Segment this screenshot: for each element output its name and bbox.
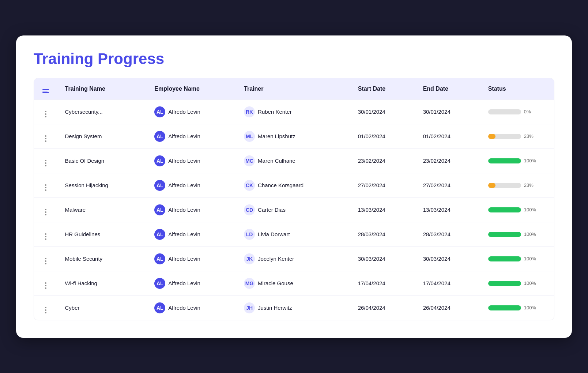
progress-track (488, 158, 521, 163)
training-name-cell: HR Guidelines (58, 222, 147, 246)
trainer-cell: JH Justin Herwitz (237, 295, 351, 320)
table-body: Cybersecurity... AL Alfredo Levin RK Rub… (34, 99, 554, 320)
training-name-cell: Design System (58, 124, 147, 148)
trainer-avatar: LD (244, 229, 255, 240)
row-menu-dots[interactable] (34, 295, 58, 320)
list-filter-icon[interactable] (42, 89, 49, 93)
status-cell: 0% (481, 99, 554, 124)
progress-fill (488, 281, 521, 286)
column-header-employee-name: Employee Name (147, 78, 237, 100)
start-date-cell: 01/02/2024 (351, 124, 416, 148)
table-row: HR Guidelines AL Alfredo Levin LD Livia … (34, 222, 554, 246)
dots-icon[interactable] (45, 307, 46, 313)
employee-name-cell: AL Alfredo Levin (147, 197, 237, 222)
progress-container: 100% (488, 280, 547, 286)
employee-name-text: Alfredo Levin (168, 182, 200, 188)
row-menu-dots[interactable] (34, 246, 58, 271)
progress-fill (488, 232, 521, 237)
progress-track (488, 256, 521, 261)
end-date-cell: 27/02/2024 (416, 173, 481, 197)
dots-icon[interactable] (45, 209, 46, 215)
row-menu-dots[interactable] (34, 99, 58, 124)
progress-container: 100% (488, 305, 547, 310)
progress-label: 100% (524, 158, 537, 163)
training-name-cell: Cybersecurity... (58, 99, 147, 124)
table-row: Malware AL Alfredo Levin CD Carter Dias … (34, 197, 554, 222)
employee-name-cell: AL Alfredo Levin (147, 246, 237, 271)
trainer-avatar: CK (244, 180, 255, 191)
progress-container: 23% (488, 182, 547, 188)
progress-fill (488, 305, 521, 310)
employee-name-text: Alfredo Levin (168, 158, 200, 164)
employee-name-text: Alfredo Levin (168, 280, 200, 286)
progress-label: 23% (524, 182, 537, 188)
status-cell: 23% (481, 124, 554, 148)
table-row: Mobile Security AL Alfredo Levin JK Joce… (34, 246, 554, 271)
row-menu-dots[interactable] (34, 222, 58, 246)
progress-fill (488, 134, 496, 139)
column-header-start-date: Start Date (351, 78, 416, 100)
training-name-cell: Cyber (58, 295, 147, 320)
employee-name-cell: AL Alfredo Levin (147, 124, 237, 148)
dots-icon[interactable] (45, 184, 46, 191)
trainer-name-text: Livia Dorwart (258, 231, 290, 237)
dots-icon[interactable] (45, 282, 46, 289)
dots-icon[interactable] (45, 160, 46, 166)
training-progress-card: Training Progress Training Name Employee… (16, 35, 572, 338)
row-menu-dots[interactable] (34, 124, 58, 148)
trainer-avatar: RK (244, 106, 255, 117)
progress-label: 0% (524, 109, 537, 114)
employee-avatar: AL (154, 278, 165, 289)
employee-name-text: Alfredo Levin (168, 207, 200, 213)
employee-avatar: AL (154, 180, 165, 191)
progress-track (488, 207, 521, 212)
trainer-avatar: JK (244, 253, 255, 264)
training-name-cell: Basic Of Design (58, 148, 147, 173)
progress-track (488, 305, 521, 310)
employee-name-cell: AL Alfredo Levin (147, 222, 237, 246)
trainer-name-text: Miracle Gouse (258, 280, 293, 286)
trainer-avatar: MC (244, 155, 255, 166)
trainer-avatar: JH (244, 302, 255, 313)
row-menu-dots[interactable] (34, 148, 58, 173)
status-cell: 100% (481, 295, 554, 320)
progress-container: 100% (488, 207, 547, 212)
status-cell: 100% (481, 148, 554, 173)
trainer-name-text: Maren Lipshutz (258, 133, 295, 139)
progress-fill (488, 256, 521, 261)
row-menu-dots[interactable] (34, 271, 58, 295)
end-date-cell: 30/01/2024 (416, 99, 481, 124)
start-date-cell: 13/03/2024 (351, 197, 416, 222)
trainer-cell: MG Miracle Gouse (237, 271, 351, 295)
table-row: Cyber AL Alfredo Levin JH Justin Herwitz… (34, 295, 554, 320)
employee-name-text: Alfredo Levin (168, 133, 200, 139)
dots-icon[interactable] (45, 233, 46, 240)
trainer-cell: ML Maren Lipshutz (237, 124, 351, 148)
table-row: Session Hijacking AL Alfredo Levin CK Ch… (34, 173, 554, 197)
trainer-cell: JK Jocelyn Kenter (237, 246, 351, 271)
employee-avatar: AL (154, 106, 165, 117)
dots-icon[interactable] (45, 258, 46, 264)
employee-avatar: AL (154, 204, 165, 215)
dots-icon[interactable] (45, 111, 46, 117)
column-header-trainer: Trainer (237, 78, 351, 100)
start-date-cell: 26/04/2024 (351, 295, 416, 320)
row-menu-dots[interactable] (34, 197, 58, 222)
progress-label: 100% (524, 280, 537, 286)
start-date-cell: 28/03/2024 (351, 222, 416, 246)
row-menu-dots[interactable] (34, 173, 58, 197)
trainer-cell: RK Ruben Kenter (237, 99, 351, 124)
status-cell: 100% (481, 197, 554, 222)
employee-name-cell: AL Alfredo Levin (147, 271, 237, 295)
dots-icon[interactable] (45, 135, 46, 142)
employee-avatar: AL (154, 253, 165, 264)
employee-name-cell: AL Alfredo Levin (147, 148, 237, 173)
progress-label: 100% (524, 256, 537, 261)
progress-track (488, 232, 521, 237)
table-row: Cybersecurity... AL Alfredo Levin RK Rub… (34, 99, 554, 124)
end-date-cell: 23/02/2024 (416, 148, 481, 173)
progress-track (488, 134, 521, 139)
table-row: Wi-fi Hacking AL Alfredo Levin MG Miracl… (34, 271, 554, 295)
progress-container: 100% (488, 231, 547, 237)
trainer-name-text: Justin Herwitz (258, 305, 292, 311)
